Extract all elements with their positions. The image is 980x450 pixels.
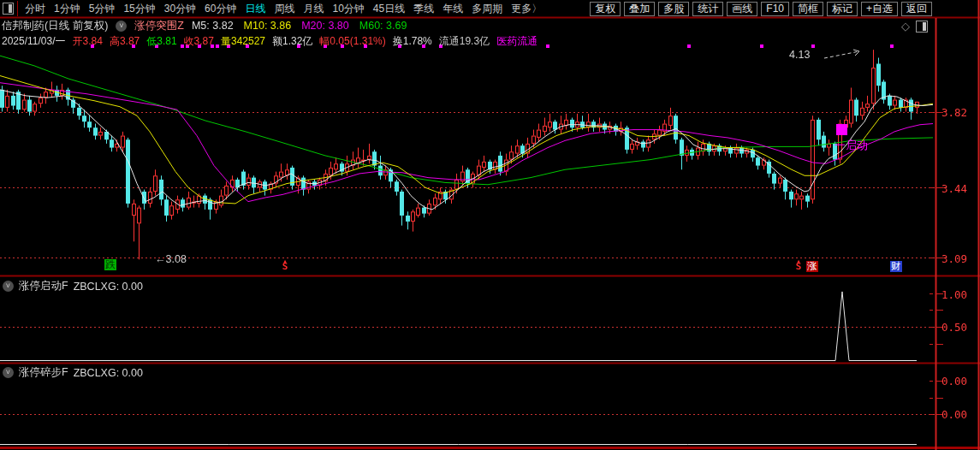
indicator-name[interactable]: 涨停突围Z [134,19,184,33]
ma-label-M5:3.82: M5: 3.82 [192,20,234,32]
info-item-流通19.3亿: 流通19.3亿 [439,34,490,46]
panel3-title[interactable]: 涨停碎步F [19,365,68,380]
price-label: 3.82 [941,106,979,119]
tdx-chart-window: 分时1分钟5分钟15分钟30分钟60分钟日线周线月线10分钟45日线季线年线多周… [0,0,980,450]
chevron-down-icon[interactable]: ˅ [3,367,14,378]
info-item-低3.81: 低3.81 [146,34,176,46]
die-badge: 跌 [104,259,116,270]
panel2-title[interactable]: 涨停启动F [19,279,68,293]
sell-signal-marker: ▲ S [794,259,803,270]
ma-legend: M5: 3.82M10: 3.86M20: 3.80M60: 3.69 [192,20,407,32]
qidong-annotation: 一启动 [834,138,868,153]
info-item-额1.32亿: 额1.32亿 [272,34,312,46]
info-item-幅0.05(1.31%): 幅0.05(1.31%) [319,34,385,46]
panel2-axis-label: 1.00 [941,288,979,301]
cai-badge: 财 [890,261,902,272]
chart-canvas[interactable] [0,0,980,450]
split-view-icon[interactable] [916,21,928,33]
price-label: 3.44 [941,182,979,195]
info-item-2025/11/03/一: 2025/11/03/一 [2,34,66,46]
panel3-header: ˅ 涨停碎步F ZBCLXG: 0.00 [3,365,143,380]
title-bar: 信邦制药(日线 前复权) ˅ 涨停突围Z M5: 3.82M10: 3.86M2… [2,19,407,33]
panel3-value: ZBCLXG: 0.00 [74,367,143,379]
quote-info-bar: 2025/11/03/一开3.84高3.87低3.81收3.87量342527额… [2,34,538,46]
stock-title: 信邦制药(日线 前复权) [2,19,108,33]
info-item-医药流通: 医药流通 [496,34,538,46]
panel2-header: ˅ 涨停启动F ZBCLXG: 0.00 [3,279,143,293]
info-item-开3.84: 开3.84 [73,34,103,46]
ma-label-M60:3.69: M60: 3.69 [359,20,407,32]
zhang-badge: 涨 [806,261,818,272]
panel2-axis-label: 0.50 [941,321,979,334]
info-item-收3.87: 收3.87 [184,34,214,46]
diamond-icon[interactable]: ◇ [901,20,910,33]
title-bar-icons: ◇ [901,20,928,33]
sell-signal-marker: ▲ S [281,259,289,270]
low-price-annotation: ←3.08 [155,253,187,265]
ma-label-M20:3.80: M20: 3.80 [301,20,349,32]
price-label: 3.09 [941,252,979,265]
panel3-axis-label: 0.00 [941,375,979,388]
info-item-换1.78%: 换1.78% [393,34,432,46]
panel3-axis-label: 0.00 [941,408,979,421]
chevron-down-icon[interactable]: ˅ [116,21,127,32]
info-item-量342527: 量342527 [221,34,265,46]
chevron-down-icon[interactable]: ˅ [3,281,14,292]
info-item-高3.87: 高3.87 [110,34,140,46]
ma-label-M10:3.86: M10: 3.86 [244,20,292,32]
high-price-annotation: 4.13 [789,49,810,61]
panel2-value: ZBCLXG: 0.00 [74,281,143,293]
